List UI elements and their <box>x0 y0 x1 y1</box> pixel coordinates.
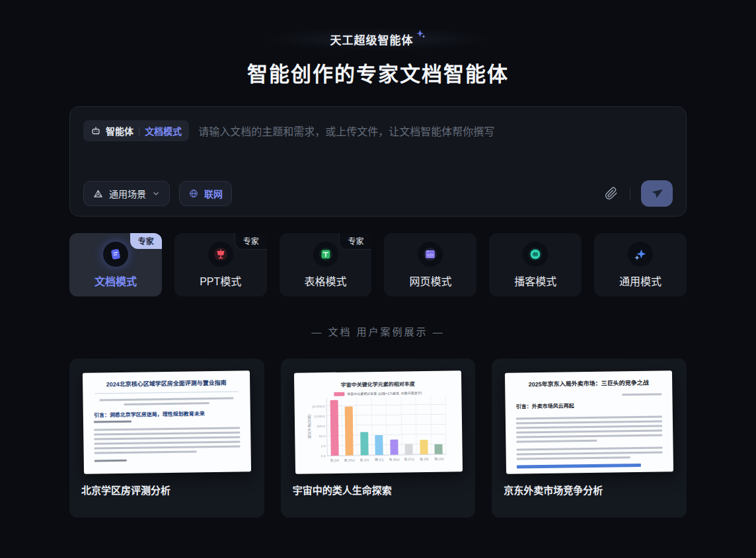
chart-y-tick: 1,000.0 <box>314 414 325 418</box>
agent-badge-divider: | <box>138 126 140 135</box>
send-button[interactable] <box>641 180 673 207</box>
mode-card-general[interactable]: 通用模式 <box>594 233 687 296</box>
doc-heading: 引言：外卖市场风云再起 <box>516 400 662 409</box>
document-mode-icon <box>103 242 128 267</box>
chart-y-tick: 100.0 <box>317 424 325 428</box>
document-preview: 2025年京东入局外卖市场：三巨头的竞争之战 引言：外卖市场风云再起 <box>505 370 673 474</box>
example-cards-row: 2024北京核心区域学区房全面评测与置业指南 引言：洞悉北京学区房迷局，理性规划… <box>69 359 687 518</box>
mode-card-label: 播客模式 <box>514 273 556 289</box>
ppt-mode-icon <box>208 242 233 267</box>
chart-y-tick: 1.0 <box>321 444 325 448</box>
table-mode-icon <box>313 242 338 267</box>
chart-bar <box>404 444 412 454</box>
text-line <box>517 429 663 433</box>
mode-cards-row: 专家 文档模式 专家 PPT模式 <box>69 233 687 296</box>
chart-bar <box>390 440 398 455</box>
text-line <box>94 431 240 435</box>
divider <box>94 391 238 394</box>
chart-bar-column <box>356 398 372 455</box>
text-line <box>94 445 241 449</box>
mode-card-label: 文档模式 <box>94 273 137 289</box>
mini-chart-plot: 10,000.01,000.0100.010.01.00.1 <box>326 397 446 457</box>
chart-bar-column <box>416 397 432 454</box>
composer-actions <box>603 180 673 207</box>
chart-bar-column <box>342 398 358 455</box>
svg-text:</>: </> <box>428 253 434 257</box>
text-line <box>623 393 662 396</box>
mode-card-label: 通用模式 <box>619 273 662 289</box>
text-line <box>516 425 662 429</box>
composer-panel: 智能体 | 文档模式 通用场景 <box>69 106 687 217</box>
chart-legend-swatch <box>334 392 344 396</box>
mode-card-ppt[interactable]: 专家 PPT模式 <box>174 233 267 296</box>
doc-heading: 引言：洞悉北京学区房迷局，理性规划教育未来 <box>94 409 240 418</box>
chart-bar <box>375 435 383 455</box>
divider <box>630 188 630 199</box>
text-line <box>517 434 663 438</box>
example-card-jd-delivery[interactable]: 2025年京东入局外卖市场：三巨头的竞争之战 引言：外卖市场风云再起 京东外卖市… <box>492 359 687 518</box>
expert-badge: 专家 <box>130 233 162 249</box>
web-mode-icon: </> <box>418 242 443 267</box>
chart-bar <box>345 407 354 456</box>
doc-title: 2024北京核心区域学区房全面评测与置业指南 <box>93 379 239 389</box>
header: 天工超级智能体 智能创作的专家文档智能体 <box>69 0 687 87</box>
mode-card-web[interactable]: </> 网页模式 <box>384 233 476 296</box>
composer-top-row: 智能体 | 文档模式 <box>83 120 673 141</box>
chart-bar <box>330 400 338 456</box>
chart-x-label: 氧 (O) <box>357 457 372 462</box>
text-line <box>94 427 240 431</box>
text-line <box>94 440 240 444</box>
chart-legend-label: 宇宙中元素相对丰度 (以硅=1为基准, 对数尺度显示) <box>347 390 422 396</box>
example-card-beijing-housing[interactable]: 2024北京核心区域学区房全面评测与置业指南 引言：洞悉北京学区房迷局，理性规划… <box>69 359 264 518</box>
composer-bottom-row: 通用场景 联网 <box>83 180 673 207</box>
chart-bar <box>434 444 442 454</box>
example-card-universe-life[interactable]: 宇宙中关键化学元素的相对丰度 宇宙中元素相对丰度 (以硅=1为基准, 对数尺度显… <box>281 359 476 518</box>
chart-y-tick: 0.1 <box>321 454 325 458</box>
example-card-label: 京东外卖市场竞争分析 <box>504 483 603 497</box>
scene-selector-button[interactable]: 通用场景 <box>83 181 170 206</box>
paperclip-icon[interactable] <box>603 186 619 201</box>
brand-title: 天工超级智能体 <box>330 31 414 48</box>
sparkle-icon <box>416 29 426 40</box>
globe-icon <box>188 188 199 199</box>
chart-bar-column <box>371 398 387 455</box>
mode-card-document[interactable]: 专家 文档模式 <box>69 233 162 296</box>
page-title: 智能创作的专家文档智能体 <box>69 57 687 87</box>
chart-x-label: 硅 (Si) <box>432 456 447 461</box>
network-toggle-label: 联网 <box>204 187 223 200</box>
text-line <box>516 415 662 419</box>
text-line <box>124 402 209 405</box>
text-line-heading-cut <box>517 464 641 469</box>
example-card-label: 宇宙中的类人生命探索 <box>293 483 392 497</box>
chart-bar-column <box>431 397 447 454</box>
network-toggle-button[interactable]: 联网 <box>179 181 232 206</box>
agent-badge-mode: 文档模式 <box>145 124 182 137</box>
text-line <box>94 460 127 462</box>
chart-x-label: 铁 (Fe) <box>402 456 417 461</box>
text-line <box>516 420 662 424</box>
main-content: 天工超级智能体 智能创作的专家文档智能体 <box>69 0 687 518</box>
chart-y-tick: 10.0 <box>319 434 325 438</box>
chart-x-label: 氮 (N) <box>416 456 432 461</box>
mode-card-podcast[interactable]: 播客模式 <box>489 233 582 296</box>
examples-section-title: — 文档 用户案例展示 — <box>69 324 687 338</box>
robot-icon <box>91 125 101 136</box>
mode-card-label: PPT模式 <box>200 273 241 289</box>
chart-bar <box>360 432 369 455</box>
agent-mode-badge[interactable]: 智能体 | 文档模式 <box>83 120 189 141</box>
expert-badge: 专家 <box>339 233 371 250</box>
brand-row: 天工超级智能体 <box>69 28 687 50</box>
mode-card-label: 网页模式 <box>409 273 451 289</box>
prompt-input[interactable] <box>198 123 673 139</box>
agent-badge-label: 智能体 <box>106 124 133 137</box>
text-line <box>517 451 663 455</box>
chevron-down-icon <box>151 189 161 198</box>
chart-preview: 宇宙中关键化学元素的相对丰度 宇宙中元素相对丰度 (以硅=1为基准, 对数尺度显… <box>294 370 463 474</box>
mini-chart-xlabels: 氢 (H)氦 (He)氧 (O)碳 (C)氖 (Ne)铁 (Fe)氮 (N)硅 … <box>326 456 446 463</box>
text-line <box>517 446 663 450</box>
example-card-label: 北京学区房评测分析 <box>81 483 170 497</box>
mode-card-table[interactable]: 专家 表格模式 <box>280 233 372 296</box>
document-preview: 2024北京核心区域学区房全面评测与置业指南 引言：洞悉北京学区房迷局，理性规划… <box>83 370 251 474</box>
chart-x-label: 氦 (He) <box>342 457 357 462</box>
chart-x-label: 氖 (Ne) <box>387 457 402 462</box>
